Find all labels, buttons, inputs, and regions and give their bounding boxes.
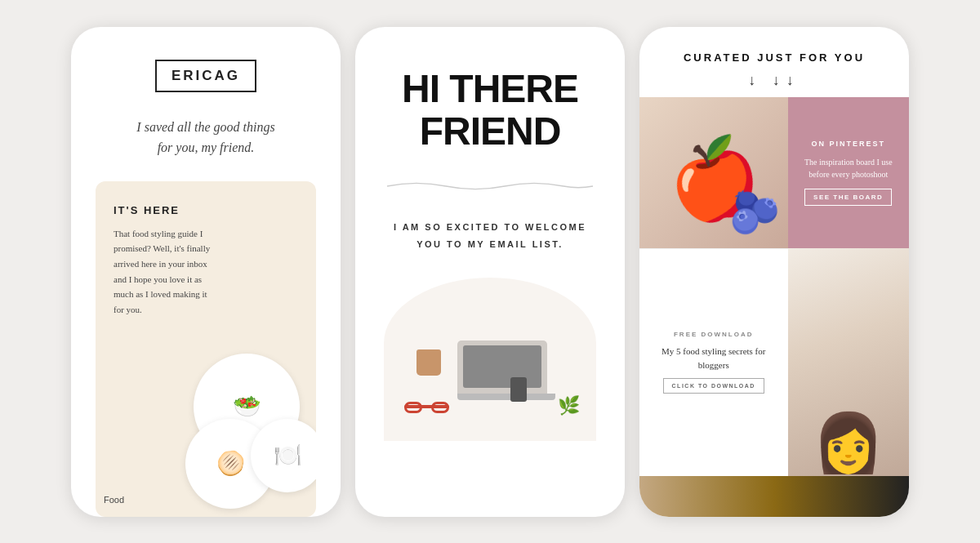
pinterest-card: ON PINTEREST The inspiration board I use… (788, 97, 910, 248)
laptop-illustration (457, 340, 555, 400)
food-plates: 🥗 🫓 🍽️ (161, 345, 316, 517)
pinterest-label: ON PINTEREST (811, 140, 885, 148)
food-description: That food styling guide I promised? Well… (114, 226, 212, 318)
welcome-subtext: I AM SO EXCITED TO WELCOME YOU TO MY EMA… (394, 219, 586, 253)
click-to-download-button[interactable]: CLICK TO DOWNLOAD (663, 378, 764, 394)
pomegranate-half-emoji: 🫐 (729, 189, 780, 236)
glasses-illustration (404, 405, 449, 408)
phone-2-content: HI THERE FRIEND I AM SO EXCITED TO WELCO… (355, 27, 625, 517)
plant-illustration: 🌿 (558, 395, 580, 416)
arrows-decoration: ↓ ↓↓ (656, 72, 893, 89)
bottom-card-row: FREE DOWNLOAD My 5 food styling secrets … (639, 248, 909, 476)
logo-box: ERICAG (155, 60, 256, 92)
tagline: I saved all the good thingsfor you, my f… (136, 117, 274, 158)
food-image-section: IT'S HERE That food styling guide I prom… (96, 181, 316, 517)
phone-2: HI THERE FRIEND I AM SO EXCITED TO WELCO… (355, 27, 625, 517)
subtext-line1: I AM SO EXCITED TO WELCOME (394, 222, 586, 232)
phone-3-content: CURATED JUST FOR YOU ↓ ↓↓ 🍎 🫐 ON PINTERE… (639, 27, 909, 517)
free-download-label: FREE DOWNLOAD (674, 331, 754, 338)
plate-food-3: 🍽️ (251, 419, 316, 492)
phone-3: CURATED JUST FOR YOU ↓ ↓↓ 🍎 🫐 ON PINTERE… (639, 27, 909, 517)
overlay-text: IT'S HERE That food styling guide I prom… (114, 204, 212, 318)
curated-header: CURATED JUST FOR YOU ↓ ↓↓ (639, 27, 909, 97)
subtext-line2: YOU TO MY EMAIL LIST. (416, 239, 564, 249)
desk-workspace-image: 🌿 (384, 278, 596, 441)
curated-title: CURATED JUST FOR YOU (656, 51, 893, 64)
download-description: My 5 food styling secrets for bloggers (651, 345, 777, 372)
phone-1: ERICAG I saved all the good thingsfor yo… (71, 27, 341, 517)
phone-illustration (510, 377, 527, 402)
logo-text: ERICAG (172, 68, 240, 83)
pinterest-description: The inspiration board I use before every… (798, 156, 900, 180)
food-strip-bottom (639, 476, 909, 517)
hi-there-friend-heading: HI THERE FRIEND (402, 68, 578, 154)
decorative-divider (380, 178, 600, 194)
heading-line1: HI THERE (402, 67, 578, 110)
see-the-board-button[interactable]: SEE THE BOARD (804, 189, 892, 206)
food-label: Food (104, 495, 124, 505)
phone-1-content: ERICAG I saved all the good thingsfor yo… (71, 27, 341, 517)
download-card: FREE DOWNLOAD My 5 food styling secrets … (639, 248, 788, 476)
plate-3: 🍽️ (251, 419, 316, 492)
pomegranate-image: 🍎 🫐 (639, 97, 788, 248)
its-here-label: IT'S HERE (114, 204, 212, 216)
top-card-row: 🍎 🫐 ON PINTEREST The inspiration board I… (639, 97, 909, 248)
woman-emoji: 👩 (813, 409, 884, 476)
coffee-cup-illustration (416, 349, 441, 376)
heading-line2: FRIEND (420, 109, 561, 153)
woman-photo: 👩 (788, 248, 910, 476)
phones-container: ERICAG I saved all the good thingsfor yo… (47, 11, 933, 533)
